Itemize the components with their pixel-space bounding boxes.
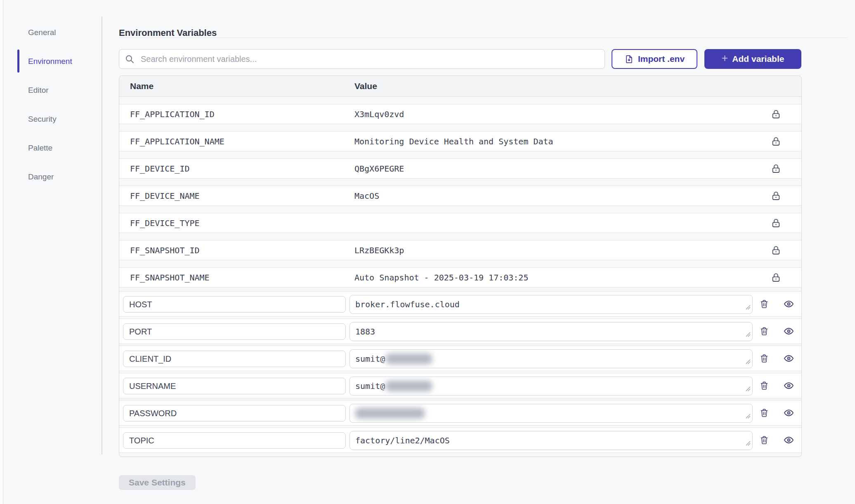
delete-variable-button[interactable] [759, 381, 769, 391]
title-divider [119, 38, 848, 38]
active-tab-indicator [17, 49, 19, 73]
sidebar-item-danger[interactable]: Danger [28, 171, 72, 183]
env-var-row-editable: 1883 [119, 318, 801, 344]
lock-icon [770, 163, 782, 174]
search-input[interactable] [119, 49, 605, 69]
env-var-value-input[interactable]: broker.flowfuse.cloud [350, 295, 753, 314]
env-var-value: QBgX6PEGRE [354, 164, 404, 174]
redacted-value [355, 408, 425, 419]
env-variables-table: Name Value FF_APPLICATION_IDX3mLqv0zvd F… [119, 75, 802, 457]
toggle-visibility-button[interactable] [783, 299, 794, 310]
lock-icon [770, 190, 782, 201]
env-var-name: FF_DEVICE_ID [130, 164, 354, 174]
env-var-value-input[interactable] [350, 404, 753, 423]
env-var-value: X3mLqv0zvd [354, 109, 404, 119]
window-left-edge [0, 0, 3, 504]
page-title: Environment Variables [119, 28, 217, 38]
sidebar-item-general[interactable]: General [28, 27, 72, 38]
delete-variable-button[interactable] [759, 353, 769, 363]
env-var-row-locked: FF_DEVICE_NAMEMacOS [119, 186, 801, 206]
settings-page: GeneralEnvironmentEditorSecurityPaletteD… [0, 0, 855, 504]
search-icon [125, 54, 135, 66]
env-var-row-editable [119, 400, 801, 426]
env-var-row-editable: factory/line2/MacOS [119, 427, 801, 453]
env-var-name: FF_SNAPSHOT_NAME [130, 273, 354, 283]
env-var-name: FF_APPLICATION_ID [130, 109, 354, 119]
env-var-value: Monitoring Device Health and System Data [354, 137, 553, 146]
env-var-name-input[interactable] [123, 296, 346, 313]
env-table-body: FF_APPLICATION_IDX3mLqv0zvd FF_APPLICATI… [119, 104, 801, 453]
env-var-name-input[interactable] [123, 432, 346, 449]
env-var-value-input[interactable]: 1883 [350, 322, 753, 341]
add-variable-label: Add variable [732, 54, 784, 64]
sidebar-item-palette[interactable]: Palette [28, 142, 72, 154]
env-var-row-editable: sumit@ [119, 346, 801, 371]
import-env-label: Import .env [638, 54, 685, 64]
env-var-name-input[interactable] [123, 323, 346, 340]
env-var-name: FF_SNAPSHOT_ID [130, 245, 354, 255]
delete-variable-button[interactable] [759, 435, 769, 445]
lock-icon [770, 217, 782, 228]
resize-handle-icon[interactable] [745, 384, 751, 394]
redacted-value [386, 381, 432, 391]
env-var-row-locked: FF_SNAPSHOT_NAMEAuto Snapshot - 2025-03-… [119, 267, 801, 287]
env-var-row-locked: FF_DEVICE_IDQBgX6PEGRE [119, 158, 801, 179]
table-header-row: Name Value [119, 76, 801, 97]
toggle-visibility-button[interactable] [783, 326, 794, 337]
column-header-name: Name [130, 81, 354, 91]
toggle-visibility-button[interactable] [783, 407, 794, 419]
sidebar-item-security[interactable]: Security [28, 113, 72, 125]
env-var-name-input[interactable] [123, 351, 346, 367]
sidebar-divider [102, 16, 102, 455]
env-var-value-input[interactable]: factory/line2/MacOS [350, 431, 753, 450]
plus-icon: + [722, 53, 728, 64]
settings-sidebar: GeneralEnvironmentEditorSecurityPaletteD… [28, 27, 72, 200]
env-var-name-input[interactable] [123, 405, 346, 422]
resize-handle-icon[interactable] [745, 330, 751, 339]
toggle-visibility-button[interactable] [783, 353, 794, 364]
lock-icon [770, 245, 782, 256]
env-var-value: MacOS [354, 191, 379, 201]
env-var-row-locked: FF_APPLICATION_IDX3mLqv0zvd [119, 104, 801, 124]
redacted-value [386, 353, 432, 364]
env-var-row-locked: FF_APPLICATION_NAMEMonitoring Device Hea… [119, 131, 801, 151]
env-var-name: FF_DEVICE_TYPE [130, 218, 354, 228]
env-var-value-input[interactable]: sumit@ [350, 349, 753, 368]
lock-icon [770, 108, 782, 120]
lock-icon [770, 272, 782, 283]
column-header-value: Value [354, 81, 377, 91]
env-var-name-input[interactable] [123, 378, 346, 394]
resize-handle-icon[interactable] [745, 438, 751, 448]
save-settings-button[interactable]: Save Settings [119, 475, 196, 490]
env-var-row-locked: FF_SNAPSHOT_IDLRzBEGKk3p [119, 240, 801, 260]
import-file-icon [624, 54, 634, 64]
toggle-visibility-button[interactable] [783, 435, 794, 446]
env-var-value-input[interactable]: sumit@ [350, 377, 753, 396]
env-var-name: FF_DEVICE_NAME [130, 191, 354, 201]
env-var-name: FF_APPLICATION_NAME [130, 137, 354, 146]
search-field-wrap [119, 49, 605, 69]
resize-handle-icon[interactable] [745, 302, 751, 312]
env-var-row-editable: broker.flowfuse.cloud [119, 291, 801, 317]
delete-variable-button[interactable] [759, 408, 769, 418]
delete-variable-button[interactable] [759, 326, 769, 336]
lock-icon [770, 136, 782, 147]
env-var-value: Auto Snapshot - 2025-03-19 17:03:25 [354, 273, 528, 283]
env-var-row-locked: FF_DEVICE_TYPE [119, 213, 801, 233]
sidebar-item-editor[interactable]: Editor [28, 85, 72, 96]
import-env-button[interactable]: Import .env [612, 49, 697, 69]
resize-handle-icon[interactable] [745, 357, 751, 367]
env-var-value: LRzBEGKk3p [354, 245, 404, 255]
resize-handle-icon[interactable] [745, 411, 751, 421]
delete-variable-button[interactable] [759, 299, 769, 309]
toggle-visibility-button[interactable] [783, 380, 794, 391]
sidebar-item-environment[interactable]: Environment [28, 56, 72, 67]
env-var-row-editable: sumit@ [119, 373, 801, 398]
add-variable-button[interactable]: + Add variable [704, 49, 801, 69]
